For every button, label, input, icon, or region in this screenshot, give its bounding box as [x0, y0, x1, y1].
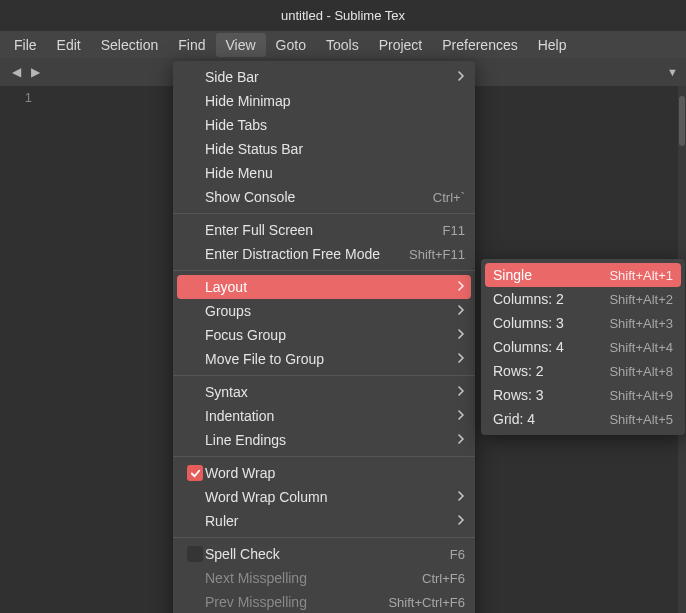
layout-item-grid-4[interactable]: Grid: 4Shift+Alt+5: [481, 407, 685, 431]
menu-item-prev-misspelling: Prev MisspellingShift+Ctrl+F6: [173, 590, 475, 613]
menu-item-label: Syntax: [205, 384, 457, 400]
menu-item-layout[interactable]: Layout: [177, 275, 471, 299]
menu-item-label: Hide Status Bar: [205, 141, 465, 157]
tab-nav: ◀ ▶: [8, 63, 44, 81]
menu-separator: [173, 375, 475, 376]
menu-item-label: Enter Full Screen: [205, 222, 443, 238]
menu-item-label: Spell Check: [205, 546, 450, 562]
menu-item-hide-status-bar[interactable]: Hide Status Bar: [173, 137, 475, 161]
menubar-item-view[interactable]: View: [216, 33, 266, 57]
menu-item-label: Hide Minimap: [205, 93, 465, 109]
menu-item-accel: Shift+Alt+4: [609, 340, 673, 355]
menu-item-label: Move File to Group: [205, 351, 457, 367]
line-number: 1: [0, 90, 32, 105]
tab-menu-button[interactable]: ▼: [667, 66, 678, 78]
menu-item-focus-group[interactable]: Focus Group: [173, 323, 475, 347]
menu-item-hide-minimap[interactable]: Hide Minimap: [173, 89, 475, 113]
layout-item-columns-2[interactable]: Columns: 2Shift+Alt+2: [481, 287, 685, 311]
menubar-item-selection[interactable]: Selection: [91, 33, 169, 57]
window-titlebar: untitled - Sublime Tex: [0, 0, 686, 31]
menu-item-label: Focus Group: [205, 327, 457, 343]
menubar-item-find[interactable]: Find: [168, 33, 215, 57]
menu-item-accel: Shift+Alt+3: [609, 316, 673, 331]
menubar-item-preferences[interactable]: Preferences: [432, 33, 527, 57]
menu-item-show-console[interactable]: Show ConsoleCtrl+`: [173, 185, 475, 209]
menubar-item-edit[interactable]: Edit: [47, 33, 91, 57]
menu-item-label: Groups: [205, 303, 457, 319]
menu-item-line-endings[interactable]: Line Endings: [173, 428, 475, 452]
chevron-right-icon: [457, 409, 465, 423]
menu-item-label: Enter Distraction Free Mode: [205, 246, 409, 262]
checkbox-icon: [187, 546, 203, 562]
menu-item-indentation[interactable]: Indentation: [173, 404, 475, 428]
menu-item-label: Hide Tabs: [205, 117, 465, 133]
view-menu: Side BarHide MinimapHide TabsHide Status…: [173, 61, 475, 613]
menu-item-accel: Ctrl+F6: [422, 571, 465, 586]
menu-separator: [173, 456, 475, 457]
menu-item-label: Rows: 2: [493, 363, 609, 379]
menu-item-label: Columns: 3: [493, 315, 609, 331]
layout-submenu: SingleShift+Alt+1Columns: 2Shift+Alt+2Co…: [481, 259, 685, 435]
menubar-item-tools[interactable]: Tools: [316, 33, 369, 57]
menu-item-label: Layout: [205, 279, 457, 295]
menu-item-accel: Ctrl+`: [433, 190, 465, 205]
menu-separator: [173, 213, 475, 214]
menu-item-label: Show Console: [205, 189, 433, 205]
menu-item-label: Ruler: [205, 513, 457, 529]
line-gutter: 1: [0, 86, 50, 613]
layout-item-rows-3[interactable]: Rows: 3Shift+Alt+9: [481, 383, 685, 407]
menubar-item-goto[interactable]: Goto: [266, 33, 316, 57]
menu-item-accel: Shift+Alt+5: [609, 412, 673, 427]
menubar-item-help[interactable]: Help: [528, 33, 577, 57]
menu-item-label: Columns: 2: [493, 291, 609, 307]
menu-item-accel: Shift+Alt+9: [609, 388, 673, 403]
layout-item-columns-4[interactable]: Columns: 4Shift+Alt+4: [481, 335, 685, 359]
tab-prev-button[interactable]: ◀: [8, 63, 25, 81]
menu-item-label: Word Wrap: [205, 465, 465, 481]
menu-item-accel: Shift+Alt+1: [609, 268, 673, 283]
menu-item-accel: F11: [443, 223, 465, 238]
menubar-item-file[interactable]: File: [4, 33, 47, 57]
menu-item-label: Side Bar: [205, 69, 457, 85]
menu-item-syntax[interactable]: Syntax: [173, 380, 475, 404]
menu-item-label: Hide Menu: [205, 165, 465, 181]
menu-item-next-misspelling: Next MisspellingCtrl+F6: [173, 566, 475, 590]
minimap-thumb[interactable]: [679, 96, 685, 146]
menu-item-word-wrap-column[interactable]: Word Wrap Column: [173, 485, 475, 509]
menu-item-spell-check[interactable]: Spell CheckF6: [173, 542, 475, 566]
layout-item-single[interactable]: SingleShift+Alt+1: [485, 263, 681, 287]
menu-item-label: Grid: 4: [493, 411, 609, 427]
chevron-right-icon: [457, 514, 465, 528]
menu-item-label: Single: [493, 267, 609, 283]
menubar-item-project[interactable]: Project: [369, 33, 433, 57]
menu-separator: [173, 537, 475, 538]
menu-item-side-bar[interactable]: Side Bar: [173, 65, 475, 89]
chevron-right-icon: [457, 304, 465, 318]
menu-item-label: Prev Misspelling: [205, 594, 388, 610]
menu-item-move-file-to-group[interactable]: Move File to Group: [173, 347, 475, 371]
menu-item-groups[interactable]: Groups: [173, 299, 475, 323]
menu-item-word-wrap[interactable]: Word Wrap: [173, 461, 475, 485]
chevron-right-icon: [457, 70, 465, 84]
chevron-right-icon: [457, 280, 465, 294]
layout-item-columns-3[interactable]: Columns: 3Shift+Alt+3: [481, 311, 685, 335]
layout-item-rows-2[interactable]: Rows: 2Shift+Alt+8: [481, 359, 685, 383]
menu-item-label: Word Wrap Column: [205, 489, 457, 505]
chevron-right-icon: [457, 328, 465, 342]
menu-item-enter-full-screen[interactable]: Enter Full ScreenF11: [173, 218, 475, 242]
menu-item-label: Next Misspelling: [205, 570, 422, 586]
menu-item-label: Columns: 4: [493, 339, 609, 355]
menu-item-accel: F6: [450, 547, 465, 562]
menu-item-label: Indentation: [205, 408, 457, 424]
menu-item-accel: Shift+Ctrl+F6: [388, 595, 465, 610]
menubar: FileEditSelectionFindViewGotoToolsProjec…: [0, 31, 686, 58]
menu-separator: [173, 270, 475, 271]
menu-item-hide-menu[interactable]: Hide Menu: [173, 161, 475, 185]
chevron-right-icon: [457, 385, 465, 399]
menu-item-ruler[interactable]: Ruler: [173, 509, 475, 533]
checkbox-icon: [187, 465, 203, 481]
menu-item-hide-tabs[interactable]: Hide Tabs: [173, 113, 475, 137]
menu-item-enter-distraction-free-mode[interactable]: Enter Distraction Free ModeShift+F11: [173, 242, 475, 266]
tab-next-button[interactable]: ▶: [27, 63, 44, 81]
chevron-right-icon: [457, 433, 465, 447]
